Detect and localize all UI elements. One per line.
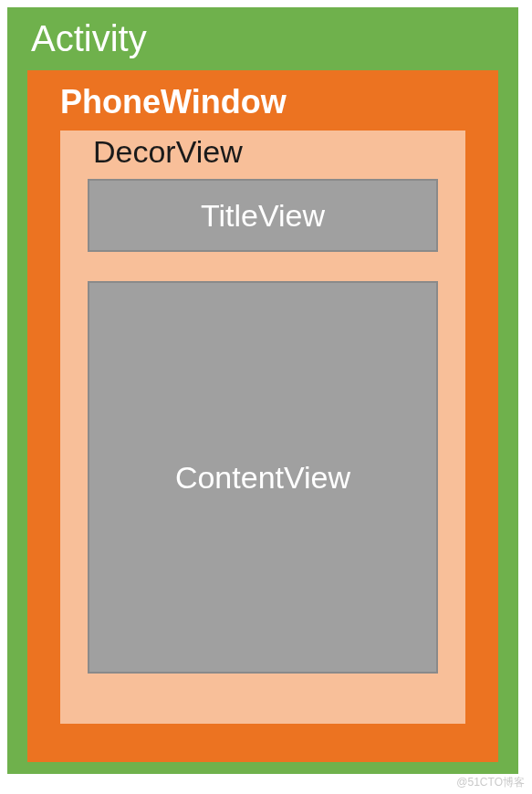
titleview-container: TitleView: [88, 179, 438, 252]
activity-label: Activity: [31, 18, 498, 59]
contentview-container: ContentView: [88, 281, 438, 674]
phonewindow-container: PhoneWindow DecorView TitleView ContentV…: [27, 70, 498, 762]
decorview-container: DecorView TitleView ContentView: [60, 131, 465, 724]
contentview-label: ContentView: [175, 460, 350, 496]
activity-container: Activity PhoneWindow DecorView TitleView…: [7, 7, 518, 774]
decorview-label: DecorView: [93, 134, 438, 170]
watermark-text: @51CTO博客: [456, 775, 525, 790]
phonewindow-label: PhoneWindow: [60, 83, 465, 121]
titleview-label: TitleView: [201, 198, 325, 234]
